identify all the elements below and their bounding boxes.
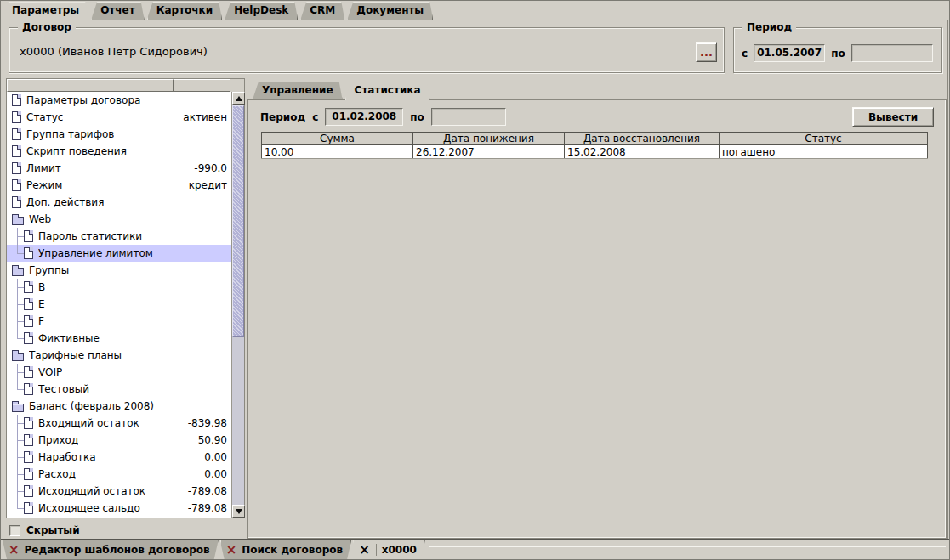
tree-item[interactable]: Пароль статистики [7, 228, 231, 245]
period-from-label: с [742, 48, 748, 59]
table-cell: 15.02.2008 [565, 145, 720, 159]
output-button[interactable]: Вывести [852, 107, 934, 127]
period-groupbox: Период с 01.05.2007 по [733, 27, 942, 73]
tree-item-value: 0.00 [204, 451, 231, 463]
tree-item-label: Скрипт поведения [26, 145, 127, 157]
close-icon[interactable]: × [359, 544, 377, 556]
tree-item[interactable]: F [7, 313, 231, 330]
table-column-header[interactable]: Дата понижения [413, 133, 565, 145]
scrollbar-thumb[interactable] [232, 105, 244, 337]
statistics-table: СуммаДата пониженияДата восстановленияСт… [261, 132, 928, 159]
period-to-field[interactable] [851, 44, 933, 62]
detail-tab[interactable]: Статистика [345, 82, 430, 100]
document-icon [12, 196, 21, 208]
main-tab[interactable]: Документы [347, 2, 433, 20]
folder-icon [12, 217, 24, 225]
tree-connector [12, 483, 24, 500]
tree-item[interactable]: Входящий остаток-839.98 [7, 415, 231, 432]
tree-item[interactable]: Приход50.90 [7, 432, 231, 449]
app-window: ПараметрыОтчетКарточкиHelpDeskCRMДокумен… [0, 0, 950, 560]
tree-item[interactable]: Управление лимитом [7, 245, 231, 262]
document-icon [12, 111, 21, 123]
tree-item[interactable]: Исходящее сальдо-789.08 [7, 500, 231, 517]
main-tab[interactable]: Отчет [91, 2, 145, 20]
contract-browse-button[interactable]: ... [696, 42, 717, 62]
contract-tree-panel: Параметры договораСтатусактивенГруппа та… [6, 78, 245, 518]
period-from-field[interactable]: 01.05.2007 [754, 44, 825, 62]
tree-item[interactable]: Статусактивен [7, 109, 231, 126]
tree-item-label: Тестовый [38, 383, 89, 395]
document-icon [24, 417, 33, 429]
tree-item[interactable]: Исходящий остаток-789.08 [7, 483, 231, 500]
main-tab-bar: ПараметрыОтчетКарточкиHelpDeskCRMДокумен… [3, 1, 433, 20]
arrow-down-icon [236, 509, 242, 514]
tree-item-value: кредит [189, 179, 231, 191]
main-tab[interactable]: CRM [300, 2, 344, 20]
tree-header-name-column[interactable] [7, 79, 174, 92]
tree-column-headers [7, 79, 244, 92]
tree-item-label: Управление лимитом [38, 247, 153, 259]
tree-item-label: Web [29, 213, 51, 225]
tree-item[interactable]: Расход0.00 [7, 466, 231, 483]
table-column-header[interactable]: Дата восстановления [565, 133, 720, 145]
tree-connector [12, 466, 24, 483]
main-tab[interactable]: HelpDesk [225, 2, 298, 20]
taskbar-tab[interactable]: ×Редактор шаблонов договоров [3, 540, 219, 559]
document-icon [24, 247, 33, 259]
stat-period-to-label: по [410, 111, 424, 123]
stat-period-to-field[interactable] [431, 108, 506, 126]
scroll-down-button[interactable] [232, 505, 245, 518]
tree-item[interactable]: Тестовый [7, 381, 231, 398]
tree-item[interactable]: B [7, 279, 231, 296]
hidden-checkbox[interactable] [9, 525, 20, 536]
document-icon [24, 383, 33, 395]
tree-item[interactable]: Режимкредит [7, 177, 231, 194]
tree-item[interactable]: Скрипт поведения [7, 143, 231, 160]
taskbar-tab[interactable]: ×x0000 [353, 540, 425, 559]
close-icon[interactable]: × [9, 544, 20, 556]
tree-item[interactable]: E [7, 296, 231, 313]
tree-connector [12, 364, 24, 381]
contract-value: x0000 (Иванов Петр Сидорович) [20, 45, 208, 58]
tree-item[interactable]: Параметры договора [7, 92, 231, 109]
taskbar-tab-label: Редактор шаблонов договоров [25, 544, 210, 556]
main-tab[interactable]: Параметры [3, 2, 88, 20]
tree-item[interactable]: VOIP [7, 364, 231, 381]
scroll-up-button[interactable] [232, 92, 245, 105]
tree-item[interactable]: Доп. действия [7, 194, 231, 211]
tree-item[interactable]: Наработка0.00 [7, 449, 231, 466]
tree-item[interactable]: Группы [7, 262, 231, 279]
stat-period-label: Период [260, 111, 305, 123]
close-icon[interactable]: × [226, 544, 237, 556]
document-icon [24, 298, 33, 310]
table-column-header[interactable]: Статус [720, 133, 928, 145]
tree-scrollbar[interactable] [231, 92, 244, 518]
tree-item[interactable]: Тарифные планы [7, 347, 231, 364]
document-icon [24, 315, 33, 327]
tree-item-label: Группа тарифов [26, 128, 114, 140]
table-column-header[interactable]: Сумма [262, 133, 413, 145]
tree-item[interactable]: Лимит-990.0 [7, 160, 231, 177]
tree-item[interactable]: Web [7, 211, 231, 228]
stat-period-from-field[interactable]: 01.02.2008 [325, 108, 403, 126]
tree-item-value: -789.08 [188, 502, 231, 514]
tree-item[interactable]: Фиктивные [7, 330, 231, 347]
stat-period-from-label: с [312, 111, 318, 123]
tree-item[interactable]: Группа тарифов [7, 126, 231, 143]
tree-item-label: Статус [26, 111, 63, 123]
detail-panel: УправлениеСтатистика Период с 01.02.2008… [247, 80, 947, 539]
document-icon [12, 128, 21, 140]
document-icon [24, 366, 33, 378]
taskbar-filler [427, 540, 949, 559]
taskbar-tab[interactable]: ×Поиск договоров [220, 540, 351, 559]
tree-item-label: Лимит [26, 162, 61, 174]
table-row[interactable]: 10.0026.12.200715.02.2008погашено [262, 145, 928, 159]
tree-header-value-column[interactable] [174, 79, 230, 92]
detail-tab[interactable]: Управление [253, 82, 343, 99]
tree-item[interactable]: Баланс (февраль 2008) [7, 398, 231, 415]
period-to-label: по [831, 48, 845, 59]
tree-item-label: Приход [38, 434, 78, 446]
tree-item-label: Фиктивные [38, 332, 100, 344]
statistics-tab-content: Период с 01.02.2008 по Вывести СуммаДата… [247, 99, 947, 539]
main-tab[interactable]: Карточки [147, 2, 223, 20]
